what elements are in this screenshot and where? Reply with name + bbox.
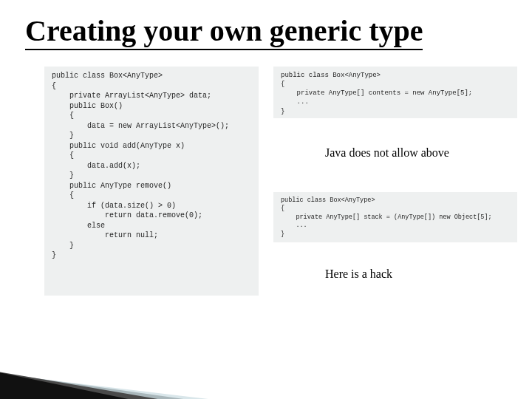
caption-hack: Here is a hack [325, 267, 392, 281]
svg-marker-2 [0, 369, 244, 399]
code-block-hack-cast: public class Box<AnyType> { private AnyT… [273, 192, 517, 242]
svg-marker-1 [0, 373, 288, 399]
code-block-arraylist: public class Box<AnyType> { private Arra… [44, 66, 259, 296]
page-title: Creating your own generic type [25, 13, 517, 48]
decorative-swoosh [0, 332, 332, 399]
svg-marker-3 [0, 368, 200, 399]
title-text: Creating your own generic type [25, 14, 423, 50]
slide: Creating your own generic type public cl… [0, 0, 532, 399]
code-block-illegal-array: public class Box<AnyType> { private AnyT… [273, 66, 517, 118]
caption-not-allow: Java does not allow above [325, 146, 449, 160]
svg-marker-0 [0, 377, 332, 399]
